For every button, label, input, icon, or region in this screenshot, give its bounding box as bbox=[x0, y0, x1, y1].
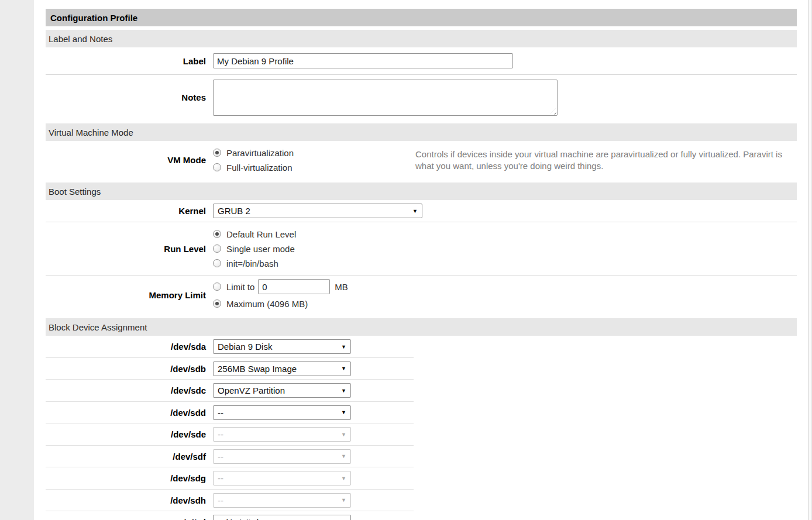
device-row-initrd: initrd-- No initrd --▼ bbox=[46, 511, 797, 520]
run-level-option-init-bin-bash: init=/bin/bash bbox=[213, 256, 296, 271]
section-boot-settings-text: Boot Settings bbox=[49, 187, 101, 197]
device-label-initrd: initrd bbox=[46, 517, 213, 520]
device-row-dev-sdc: /dev/sdcOpenVZ Partition▼ bbox=[46, 380, 797, 402]
run-level-radio-single-user-mode[interactable] bbox=[213, 244, 221, 253]
kernel-label: Kernel bbox=[46, 206, 213, 216]
device-label-dev-sdb: /dev/sdb bbox=[46, 364, 213, 374]
run-level-option-label: init=/bin/bash bbox=[226, 259, 278, 268]
device-select-dev-sdf: --▼ bbox=[213, 449, 351, 464]
device-select-dev-sdc[interactable]: OpenVZ Partition▼ bbox=[213, 383, 351, 398]
dropdown-arrow-icon: ▼ bbox=[341, 454, 346, 459]
kernel-row: Kernel GRUB 2 ▼ bbox=[46, 200, 797, 222]
memory-limit-unit: MB bbox=[335, 282, 348, 292]
memory-limit-input[interactable] bbox=[258, 279, 330, 294]
label-row: Label bbox=[46, 47, 797, 75]
device-row-dev-sde: /dev/sde--▼ bbox=[46, 423, 797, 446]
run-level-option-default-run-level: Default Run Level bbox=[213, 227, 296, 242]
device-select-initrd[interactable]: -- No initrd --▼ bbox=[213, 515, 351, 520]
device-row-dev-sdh: /dev/sdh--▼ bbox=[46, 490, 797, 512]
vm-mode-option-full-virtualization: Full-virtualization bbox=[213, 160, 415, 175]
memory-limit-option-max: Maximum (4096 MB) bbox=[213, 295, 348, 312]
run-level-option-label: Single user mode bbox=[226, 244, 295, 254]
section-virtual-machine-mode: Virtual Machine Mode bbox=[46, 123, 797, 141]
dropdown-arrow-icon: ▼ bbox=[341, 432, 346, 437]
device-label-dev-sdc: /dev/sdc bbox=[46, 385, 213, 395]
device-select-value: -- bbox=[218, 495, 223, 505]
page-title-text: Configuration Profile bbox=[50, 13, 137, 23]
dropdown-arrow-icon: ▼ bbox=[341, 366, 346, 371]
run-level-radio-default-run-level[interactable] bbox=[213, 230, 221, 238]
device-select-value: 256MB Swap Image bbox=[218, 364, 297, 374]
dropdown-arrow-icon: ▼ bbox=[412, 208, 418, 213]
section-block-device-assignment-text: Block Device Assignment bbox=[49, 322, 147, 332]
section-block-device-assignment: Block Device Assignment bbox=[46, 318, 797, 336]
run-level-option-label: Default Run Level bbox=[226, 229, 296, 239]
device-row-dev-sdd: /dev/sdd--▼ bbox=[46, 402, 797, 424]
memory-limit-radio[interactable] bbox=[213, 283, 221, 291]
memory-limit-option-limit: Limit to MB bbox=[213, 278, 348, 295]
device-select-dev-sdd[interactable]: --▼ bbox=[213, 405, 351, 420]
device-select-value: -- bbox=[218, 408, 223, 418]
device-row-dev-sdf: /dev/sdf--▼ bbox=[46, 446, 797, 468]
vm-mode-options: ParavirtualizationFull-virtualization bbox=[213, 146, 415, 175]
device-row-dev-sdg: /dev/sdg--▼ bbox=[46, 467, 797, 490]
device-row-dev-sdb: /dev/sdb256MB Swap Image▼ bbox=[46, 358, 797, 380]
device-label-dev-sde: /dev/sde bbox=[46, 429, 213, 439]
vm-mode-option-label: Paravirtualization bbox=[226, 148, 294, 158]
dropdown-arrow-icon: ▼ bbox=[341, 476, 346, 481]
memory-maximum-radio[interactable] bbox=[213, 299, 221, 308]
device-select-value: -- bbox=[218, 452, 223, 462]
device-select-value: OpenVZ Partition bbox=[218, 385, 285, 395]
device-label-dev-sdh: /dev/sdh bbox=[46, 495, 213, 505]
memory-limit-label: Memory Limit bbox=[46, 290, 213, 300]
device-select-value: -- No initrd -- bbox=[218, 517, 267, 520]
label-input[interactable] bbox=[213, 53, 513, 68]
memory-limit-row: Memory Limit Limit to MB Maximum (4096 M… bbox=[46, 276, 797, 315]
run-level-options: Default Run LevelSingle user modeinit=/b… bbox=[213, 227, 296, 271]
dropdown-arrow-icon: ▼ bbox=[341, 388, 346, 393]
vm-mode-radio-paravirtualization[interactable] bbox=[213, 149, 221, 157]
dropdown-arrow-icon: ▼ bbox=[341, 344, 346, 349]
device-label-dev-sdd: /dev/sdd bbox=[46, 408, 213, 418]
device-select-value: -- bbox=[218, 429, 223, 439]
vm-mode-radio-full-virtualization[interactable] bbox=[213, 163, 221, 171]
configuration-profile-form: Configuration Profile Label and Notes La… bbox=[46, 0, 797, 520]
block-device-rows: /dev/sdaDebian 9 Disk▼/dev/sdb256MB Swap… bbox=[46, 336, 797, 520]
device-select-value: -- bbox=[218, 473, 223, 483]
notes-textarea[interactable] bbox=[213, 80, 558, 116]
device-select-dev-sdg: --▼ bbox=[213, 471, 351, 485]
device-label-dev-sda: /dev/sda bbox=[46, 342, 213, 352]
memory-limit-option-limit-label: Limit to bbox=[226, 282, 254, 292]
device-select-value: Debian 9 Disk bbox=[218, 342, 272, 352]
section-label-and-notes: Label and Notes bbox=[46, 30, 797, 47]
device-select-dev-sde: --▼ bbox=[213, 427, 351, 442]
notes-field-label: Notes bbox=[46, 92, 213, 102]
section-boot-settings: Boot Settings bbox=[46, 182, 797, 200]
run-level-option-single-user-mode: Single user mode bbox=[213, 242, 296, 256]
vm-mode-help-text: Controls if devices inside your virtual … bbox=[415, 149, 784, 172]
memory-limit-option-max-label: Maximum (4096 MB) bbox=[226, 299, 308, 309]
device-label-dev-sdf: /dev/sdf bbox=[46, 452, 213, 462]
vm-mode-row: VM Mode ParavirtualizationFull-virtualiz… bbox=[46, 141, 797, 179]
device-select-dev-sdh: --▼ bbox=[213, 493, 351, 508]
notes-row: Notes bbox=[46, 75, 797, 120]
kernel-select-value: GRUB 2 bbox=[218, 206, 250, 216]
vertical-scrollbar[interactable] bbox=[808, 0, 812, 520]
device-row-dev-sda: /dev/sdaDebian 9 Disk▼ bbox=[46, 336, 797, 358]
run-level-row: Run Level Default Run LevelSingle user m… bbox=[46, 222, 797, 276]
vm-mode-label: VM Mode bbox=[46, 155, 213, 165]
section-label-and-notes-text: Label and Notes bbox=[49, 34, 112, 44]
device-label-dev-sdg: /dev/sdg bbox=[46, 473, 213, 483]
dropdown-arrow-icon: ▼ bbox=[341, 498, 346, 503]
run-level-label: Run Level bbox=[46, 244, 213, 254]
vm-mode-option-label: Full-virtualization bbox=[226, 163, 293, 173]
label-field-label: Label bbox=[46, 56, 213, 66]
dropdown-arrow-icon: ▼ bbox=[341, 410, 346, 415]
device-select-dev-sda[interactable]: Debian 9 Disk▼ bbox=[213, 339, 351, 354]
device-select-dev-sdb[interactable]: 256MB Swap Image▼ bbox=[213, 361, 351, 376]
vm-mode-option-paravirtualization: Paravirtualization bbox=[213, 146, 415, 160]
run-level-radio-init-bin-bash[interactable] bbox=[213, 259, 221, 267]
kernel-select[interactable]: GRUB 2 ▼ bbox=[213, 204, 422, 218]
left-gutter bbox=[0, 0, 34, 520]
page-title: Configuration Profile bbox=[46, 9, 797, 26]
